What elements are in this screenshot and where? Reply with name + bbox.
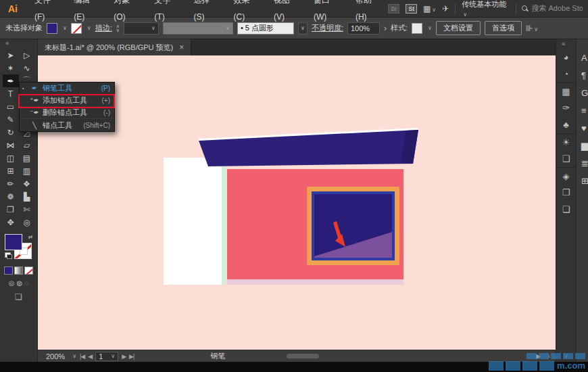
stock-button[interactable]: St [406,4,417,14]
house-wall-shadow-shape[interactable] [227,279,403,285]
pen-tool[interactable]: ✒ [3,74,19,87]
color-panel-icon[interactable]: ◕ [556,49,576,66]
opacity-label[interactable]: 不透明度: [312,23,343,33]
flyout-anchor-tool[interactable]: ╲ 锚点工具 (Shift+C) [20,119,114,131]
symbols-panel-icon[interactable]: ♣ [556,116,576,133]
house-door-edge-shape[interactable] [222,158,226,285]
rectangle-tool[interactable]: ▭ [3,100,19,113]
menu-window[interactable]: 窗口(W) [306,0,348,26]
width-tool[interactable]: ⋈ [3,139,19,152]
drawing-mode-button[interactable]: ◌ [24,279,28,287]
status-play-icon[interactable]: ▶ [536,352,541,360]
horizontal-scrollbar-thumb[interactable] [287,354,319,358]
style-chevron-icon[interactable]: ∨ [428,25,432,31]
fill-color-swatch[interactable] [47,23,57,34]
fill-proxy-swatch[interactable] [5,234,22,250]
flyout-pen-tool[interactable]: ▪ ✒ 钢笔工具 (P) [20,83,114,95]
eyedropper-tool[interactable]: ✏ [3,177,19,190]
direct-selection-tool[interactable]: ▷ [19,49,35,62]
gradient-tool[interactable]: ▥ [19,164,35,177]
color-button[interactable] [4,266,13,275]
perspective-grid-tool[interactable]: ▤ [19,152,35,164]
asset-export-panel-icon[interactable]: ❏ [556,201,576,218]
stock-search-input[interactable]: 搜索 Adobe Stoc [522,3,583,14]
default-fill-stroke-icon[interactable] [5,252,11,258]
artboards-panel-icon[interactable]: ❒ [556,184,576,201]
stroke-weight-label[interactable]: 描边: [95,23,112,33]
brush-definition-select[interactable]: • 5 点圆形 [237,22,294,34]
mesh-tool[interactable]: ⊞ [3,164,19,177]
stroke-weight-select[interactable]: ∨ [124,22,159,34]
zoom-tool[interactable]: ◎ [19,216,35,229]
zoom-level-value[interactable]: 200% [43,352,68,361]
graph-tool[interactable]: ▙ [19,190,35,203]
lasso-tool[interactable]: ∿ [19,62,35,74]
layers-panel-icon[interactable]: ◈ [556,167,576,184]
color-guide-panel-icon[interactable]: ◔ [556,66,576,83]
shape-builder-tool[interactable]: ◫ [3,152,19,164]
tab-close-icon[interactable]: × [179,43,184,52]
swatches-panel-icon[interactable]: ▦ [556,83,576,99]
partial-panel-icon-e[interactable]: ♥ [577,119,588,137]
zoom-chevron-icon[interactable]: ∨ [72,353,76,359]
stroke-weight-stepper[interactable]: ∧∨ [116,24,120,32]
artboard-navigation-select[interactable]: 1 ∨ [95,352,118,361]
flyout-delete-anchor-tool[interactable]: ⁻✒ 删除锚点工具 (-) [20,107,114,119]
dock-collapse-icon[interactable]: « [556,41,566,49]
swap-fill-stroke-icon[interactable]: ⇄ [28,234,33,240]
stroke-color-swatch[interactable] [71,23,82,34]
rotate-tool[interactable]: ↻ [3,126,19,139]
document-setup-button[interactable]: 文档设置 [436,21,481,35]
fill-chevron-icon[interactable]: ∨ [63,25,67,31]
partial-panel-icon-h[interactable]: ⊞ [577,172,588,189]
first-artboard-icon[interactable]: |◀ [80,353,84,360]
house-door-shape[interactable] [164,158,223,285]
magic-wand-tool[interactable]: ✶ [3,62,19,74]
arrange-documents-icon[interactable]: ▦∨ [423,4,436,14]
partial-panel-icon-f[interactable]: ▆ [577,137,588,154]
menu-file[interactable]: 文件(F) [27,0,66,26]
bridge-button[interactable]: Br [388,4,399,14]
partial-panel-icon-c[interactable]: G [577,84,588,101]
brushes-panel-icon[interactable]: ✑ [556,99,576,116]
workspace-switcher[interactable]: 传统基本功能 ∨ [462,0,509,18]
menu-edit[interactable]: 编辑(E) [66,0,106,26]
next-artboard-icon[interactable]: ▶ [122,353,126,360]
partial-panel-icon-a[interactable]: A [577,49,588,66]
type-tool[interactable]: T [3,87,19,100]
opacity-more-button[interactable]: › [384,24,387,33]
drawing-mode-button[interactable]: ◍ [17,279,23,287]
width-profile-select[interactable]: ∨ [163,22,233,34]
stroke-chevron-icon[interactable]: ∨ [87,25,91,31]
hand-tool[interactable]: ✥ [3,216,19,229]
partial-panel-icon-g[interactable]: ≣ [577,154,588,172]
canvas[interactable] [38,55,556,350]
dock-more-icon[interactable]: ∨ [564,352,568,359]
pencil-tool[interactable]: ✎ [3,113,19,126]
symbol-sprayer-tool[interactable]: ❁ [3,190,19,203]
align-options-icon[interactable]: ⊪∨ [526,24,538,33]
drawing-mode-button[interactable]: ◎ [9,279,15,287]
partial-panel-icon-d[interactable]: ≡ [577,101,588,119]
screen-mode-button[interactable]: ❏ [15,292,22,302]
partial-panel-icon-b[interactable]: ¶ [577,66,588,84]
artboard-tool[interactable]: ❐ [3,203,19,216]
slice-tool[interactable]: ✄ [19,203,35,216]
blend-tool[interactable]: ❖ [19,177,35,190]
selection-tool[interactable]: ➤ [3,49,19,62]
last-artboard-icon[interactable]: ▶| [129,353,134,360]
prev-artboard-icon[interactable]: ◀ [88,353,92,360]
free-transform-tool[interactable]: ▱ [19,139,35,152]
appearance-panel-icon[interactable]: ☀ [556,133,576,150]
share-icon[interactable]: ✈ [442,4,449,14]
gradient-button[interactable] [14,266,23,275]
flyout-add-anchor-tool[interactable]: ⁺✒ 添加锚点工具 (+) [20,95,114,107]
preferences-button[interactable]: 首选项 [485,21,522,35]
tools-collapse-icon[interactable]: « [0,40,9,48]
style-swatch[interactable] [412,23,422,34]
brush-chevron-button[interactable]: ∨ [298,22,308,34]
opacity-input[interactable]: 100% [347,22,380,34]
document-tab[interactable]: 未标题-1.ai* @ 200% (RGB/GPU 预览) × [38,39,191,55]
none-button[interactable] [24,266,33,275]
graphic-styles-panel-icon[interactable]: ❑ [556,150,576,167]
